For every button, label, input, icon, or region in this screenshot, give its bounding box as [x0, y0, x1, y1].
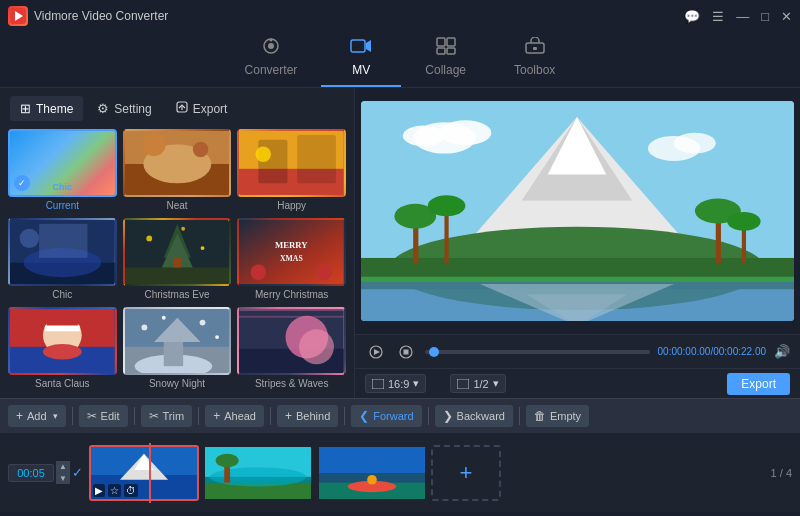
svg-rect-92 [404, 349, 409, 354]
separator-2 [134, 407, 135, 425]
menu-icon[interactable]: ☰ [712, 9, 724, 24]
clip-item-1[interactable]: ▶ ☆ ⏱ [89, 445, 199, 501]
collage-icon [436, 37, 456, 60]
timeline-clips: ▶ ☆ ⏱ [89, 443, 765, 503]
spin-up-button[interactable]: ▲ [56, 461, 70, 472]
svg-point-71 [674, 133, 716, 154]
add-button[interactable]: + Add ▾ [8, 405, 66, 427]
clip-star-icon[interactable]: ☆ [108, 484, 121, 497]
time-confirm-icon[interactable]: ✓ [72, 465, 83, 480]
svg-point-109 [367, 474, 377, 484]
mv-label: MV [352, 63, 370, 77]
preview-video [361, 101, 794, 321]
panel-tab-export[interactable]: Export [166, 96, 238, 121]
backward-button[interactable]: ❯ Backward [435, 405, 513, 427]
theme-grid: ✓ Chic Current Neat [0, 121, 354, 398]
converter-icon [261, 37, 281, 60]
theme-item-chic[interactable]: Chic [8, 218, 117, 301]
tab-mv[interactable]: MV [321, 31, 401, 87]
add-dropdown-wrapper: + Add ▾ [8, 405, 66, 427]
svg-point-19 [192, 142, 208, 158]
time-spin: ▲ ▼ [56, 461, 70, 483]
tab-toolbox[interactable]: Toolbox [490, 31, 579, 87]
volume-icon[interactable]: 🔊 [774, 344, 790, 359]
theme-item-neat[interactable]: Neat [123, 129, 232, 212]
title-bar-controls: 💬 ☰ — □ ✕ [684, 9, 792, 24]
theme-item-christmas-eve[interactable]: Christmas Eve [123, 218, 232, 301]
title-bar-left: Vidmore Video Converter [8, 6, 168, 26]
controls-bar2: 16:9 ▾ 1/2 ▾ Export [355, 368, 800, 398]
setting-gear-icon: ⚙ [97, 101, 109, 116]
clip-clock-icon[interactable]: ⏱ [124, 484, 138, 497]
ratio-select[interactable]: 16:9 ▾ [365, 374, 426, 393]
play-button[interactable] [365, 343, 387, 361]
forward-icon: ❮ [359, 409, 369, 423]
clip-play-icon[interactable]: ▶ [93, 484, 105, 497]
minimize-button[interactable]: — [736, 9, 749, 24]
tab-collage[interactable]: Collage [401, 31, 490, 87]
svg-point-18 [142, 133, 165, 156]
time-input[interactable] [8, 464, 54, 482]
edit-button[interactable]: ✂ Edit [79, 405, 128, 427]
theme-thumb-snowy [123, 307, 232, 375]
svg-rect-10 [447, 48, 455, 54]
behind-button[interactable]: + Behind [277, 405, 338, 427]
svg-rect-5 [351, 40, 365, 52]
main-content: ⊞ Theme ⚙ Setting Export [0, 88, 800, 398]
theme-label-happy: Happy [277, 200, 306, 211]
progress-dot [429, 347, 439, 357]
tab-converter[interactable]: Converter [221, 31, 322, 87]
theme-label-chic: Chic [52, 289, 72, 300]
stop-button[interactable] [395, 343, 417, 361]
svg-rect-9 [437, 48, 445, 54]
theme-item-stripes[interactable]: Stripes & Waves [237, 307, 346, 390]
svg-point-104 [216, 453, 239, 466]
theme-item-santa[interactable]: Santa Claus [8, 307, 117, 390]
backward-label: Backward [457, 410, 505, 422]
page-select[interactable]: 1/2 ▾ [450, 374, 505, 393]
clip-item-3[interactable] [317, 445, 427, 501]
maximize-button[interactable]: □ [761, 9, 769, 24]
svg-rect-47 [47, 313, 78, 328]
theme-tab-label: Theme [36, 102, 73, 116]
behind-icon: + [285, 409, 292, 423]
forward-button[interactable]: ❮ Forward [351, 405, 421, 427]
separator-5 [344, 407, 345, 425]
clip-item-2[interactable] [203, 445, 313, 501]
panel-tab-setting[interactable]: ⚙ Setting [87, 96, 161, 121]
ratio-value: 16:9 [388, 378, 409, 390]
svg-rect-88 [361, 277, 794, 282]
svg-point-102 [210, 467, 306, 486]
separator-4 [270, 407, 271, 425]
separator-3 [198, 407, 199, 425]
empty-button[interactable]: 🗑 Empty [526, 405, 589, 427]
time-display: 00:00:00.00/00:00:22.00 [658, 346, 766, 357]
ahead-button[interactable]: + Ahead [205, 405, 264, 427]
export-button[interactable]: Export [727, 373, 790, 395]
chat-icon[interactable]: 💬 [684, 9, 700, 24]
add-clip-icon: + [459, 460, 472, 486]
svg-rect-48 [45, 325, 80, 331]
converter-label: Converter [245, 63, 298, 77]
spin-down-button[interactable]: ▼ [56, 473, 70, 484]
svg-rect-93 [372, 379, 384, 389]
toolbox-icon [524, 37, 546, 60]
app-title: Vidmore Video Converter [34, 9, 168, 23]
add-clip-button[interactable]: + [431, 445, 501, 501]
theme-item-current[interactable]: ✓ Chic Current [8, 129, 117, 212]
theme-item-snowy[interactable]: Snowy Night [123, 307, 232, 390]
theme-thumb-neat [123, 129, 232, 197]
export-arrow-icon [176, 101, 188, 116]
svg-point-36 [181, 227, 185, 231]
ahead-icon: + [213, 409, 220, 423]
theme-item-happy[interactable]: Happy [237, 129, 346, 212]
controls-bar: 00:00:00.00/00:00:22.00 🔊 [355, 334, 800, 368]
trim-icon: ✂ [149, 409, 159, 423]
panel-tab-theme[interactable]: ⊞ Theme [10, 96, 83, 121]
theme-thumb-happy [237, 129, 346, 197]
trim-button[interactable]: ✂ Trim [141, 405, 193, 427]
bottom-toolbar: + Add ▾ ✂ Edit ✂ Trim + Ahead + Behind ❮… [0, 398, 800, 432]
progress-bar[interactable] [425, 350, 650, 354]
theme-item-merry-christmas[interactable]: MERRY XMAS Merry Christmas [237, 218, 346, 301]
close-button[interactable]: ✕ [781, 9, 792, 24]
